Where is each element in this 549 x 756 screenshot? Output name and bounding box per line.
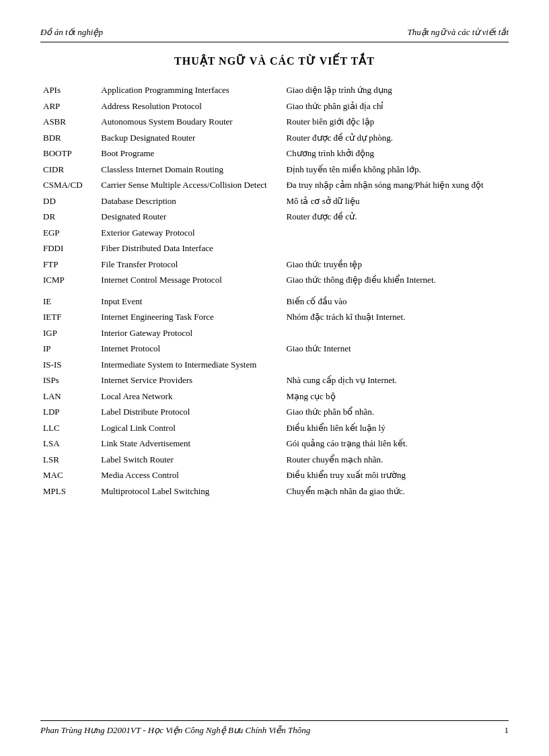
vietnamese-cell: Mô tả cơ sở dữ liệu (283, 193, 509, 209)
vietnamese-cell: Giao thức thông điệp điều khiển Internet… (283, 272, 509, 288)
vietnamese-cell: Điều khiển liên kết luận lý (283, 420, 509, 436)
abbr-cell: LLC (40, 420, 98, 436)
abbr-cell: DD (40, 193, 98, 209)
full-name-cell: Label Distribute Protocol (98, 404, 283, 420)
full-name-cell: Internet Protocol (98, 341, 283, 357)
abbr-cell: ASBR (40, 114, 98, 130)
vietnamese-cell: Router được đề cử dự phòng. (283, 130, 509, 146)
full-name-cell: Logical Link Control (98, 420, 283, 436)
table-row: ARPAddress Resolution ProtocolGiao thức … (40, 98, 509, 114)
table-row: EGPExterior Gateway Protocol (40, 225, 509, 241)
full-name-cell: Link State Advertisement (98, 436, 283, 452)
abbr-cell: MAC (40, 467, 98, 483)
abbr-cell: LDP (40, 404, 98, 420)
table-row: LLCLogical Link ControlĐiều khiển liên k… (40, 420, 509, 436)
full-name-cell: Intermediate System to Intermediate Syst… (98, 357, 283, 373)
abbr-cell: MPLS (40, 483, 98, 500)
abbr-cell: CSMA/CD (40, 177, 98, 193)
full-name-cell: Boot Programe (98, 145, 283, 162)
table-row: DDDatabase DescriptionMô tả cơ sở dữ liệ… (40, 193, 509, 209)
vietnamese-cell: Đa truy nhập cảm nhận sóng mang/Phát hiệ… (283, 177, 509, 193)
full-name-cell: Internet Engineering Task Force (98, 309, 283, 325)
vietnamese-cell: Router được đề cử. (283, 209, 509, 225)
full-name-cell: Database Description (98, 193, 283, 209)
abbr-cell: FDDI (40, 240, 98, 256)
spacer-row (40, 288, 509, 294)
full-name-cell: Local Area Network (98, 388, 283, 405)
full-name-cell: Internet Service Providers (98, 372, 283, 388)
table-row: CIDRClassless Internet Domain RoutingĐịn… (40, 162, 509, 178)
vietnamese-cell (283, 357, 509, 373)
vietnamese-cell: Giao thức truyền tệp (283, 256, 509, 273)
abbr-cell: LSR (40, 452, 98, 468)
vietnamese-cell (283, 240, 509, 256)
table-row: IS-ISIntermediate System to Intermediate… (40, 357, 509, 373)
table-row: ISPsInternet Service ProvidersNhà cung c… (40, 372, 509, 388)
table-row: IPInternet ProtocolGiao thức Internet (40, 341, 509, 357)
table-row: IEInput EventBiến cố đầu vào (40, 294, 509, 310)
vietnamese-cell: Chuyển mạch nhãn đa giao thức. (283, 483, 509, 500)
vietnamese-cell: Chương trình khởi động (283, 145, 509, 162)
abbr-cell: LSA (40, 436, 98, 452)
page: Đồ án tốt nghiệp Thuật ngữ và các từ viế… (0, 0, 549, 756)
vietnamese-cell: Nhà cung cấp dịch vụ Internet. (283, 372, 509, 388)
header-right: Thuật ngữ và các từ viết tắt (408, 27, 509, 38)
abbr-cell: APIs (40, 82, 98, 98)
full-name-cell: Media Access Control (98, 467, 283, 483)
abbr-cell: EGP (40, 225, 98, 241)
vietnamese-cell: Nhóm đặc trách kĩ thuật Internet. (283, 309, 509, 325)
vietnamese-cell: Gói quảng cáo trạng thái liên kết. (283, 436, 509, 452)
vietnamese-cell (283, 325, 509, 341)
table-row: LSALink State AdvertisementGói quảng cáo… (40, 436, 509, 452)
abbr-cell: IS-IS (40, 357, 98, 373)
table-row: ICMPInternet Control Message ProtocolGia… (40, 272, 509, 288)
abbr-cell: IETF (40, 309, 98, 325)
abbr-cell: DR (40, 209, 98, 225)
table-row: LANLocal Area NetworkMạng cục bộ (40, 388, 509, 405)
vietnamese-cell: Router biên giới độc lập (283, 114, 509, 130)
abbr-cell: ARP (40, 98, 98, 114)
vietnamese-cell: Giao thức phân bổ nhãn. (283, 404, 509, 420)
table-row: ASBRAutonomous System Boudary RouterRout… (40, 114, 509, 130)
abbreviation-table: APIsApplication Programming InterfacesGi… (40, 82, 509, 499)
table-row: APIsApplication Programming InterfacesGi… (40, 82, 509, 98)
vietnamese-cell: Định tuyến tên miền không phân lớp. (283, 162, 509, 178)
vietnamese-cell: Biến cố đầu vào (283, 294, 509, 310)
vietnamese-cell: Giao thức phân giải địa chỉ (283, 98, 509, 114)
full-name-cell: Input Event (98, 294, 283, 310)
table-row: LSRLabel Switch RouterRouter chuyển mạch… (40, 452, 509, 468)
full-name-cell: Classless Internet Domain Routing (98, 162, 283, 178)
vietnamese-cell: Giao thức Internet (283, 341, 509, 357)
full-name-cell: File Transfer Protocol (98, 256, 283, 273)
abbr-cell: FTP (40, 256, 98, 273)
table-row: IETFInternet Engineering Task ForceNhóm … (40, 309, 509, 325)
table-row: MACMedia Access ControlĐiều khiển truy x… (40, 467, 509, 483)
table-row: LDPLabel Distribute ProtocolGiao thức ph… (40, 404, 509, 420)
full-name-cell: Internet Control Message Protocol (98, 272, 283, 288)
full-name-cell: Interior Gateway Protocol (98, 325, 283, 341)
table-row: BDRBackup Designated RouterRouter được đ… (40, 130, 509, 146)
abbr-cell: ISPs (40, 372, 98, 388)
vietnamese-cell: Mạng cục bộ (283, 388, 509, 405)
page-header: Đồ án tốt nghiệp Thuật ngữ và các từ viế… (40, 27, 509, 42)
table-row: FDDIFiber Distributed Data Interface (40, 240, 509, 256)
full-name-cell: Designated Router (98, 209, 283, 225)
vietnamese-cell: Điều khiển truy xuất môi trường (283, 467, 509, 483)
abbr-cell: BOOTP (40, 145, 98, 162)
abbr-cell: BDR (40, 130, 98, 146)
table-row: DRDesignated RouterRouter được đề cử. (40, 209, 509, 225)
full-name-cell: Carrier Sense Multiple Access/Collision … (98, 177, 283, 193)
abbr-cell: IE (40, 294, 98, 310)
full-name-cell: Backup Designated Router (98, 130, 283, 146)
table-row: BOOTPBoot ProgrameChương trình khởi động (40, 145, 509, 162)
vietnamese-cell: Giao diện lập trình ứng dụng (283, 82, 509, 98)
table-row: CSMA/CDCarrier Sense Multiple Access/Col… (40, 177, 509, 193)
full-name-cell: Autonomous System Boudary Router (98, 114, 283, 130)
vietnamese-cell: Router chuyển mạch nhãn. (283, 452, 509, 468)
page-footer: Phan Trùng Hưng D2001VT - Học Viện Công … (40, 720, 509, 736)
table-row: MPLSMultiprotocol Label SwitchingChuyển … (40, 483, 509, 500)
full-name-cell: Address Resolution Protocol (98, 98, 283, 114)
full-name-cell: Label Switch Router (98, 452, 283, 468)
full-name-cell: Multiprotocol Label Switching (98, 483, 283, 500)
footer-author: Phan Trùng Hưng D2001VT - Học Viện Công … (40, 725, 310, 736)
